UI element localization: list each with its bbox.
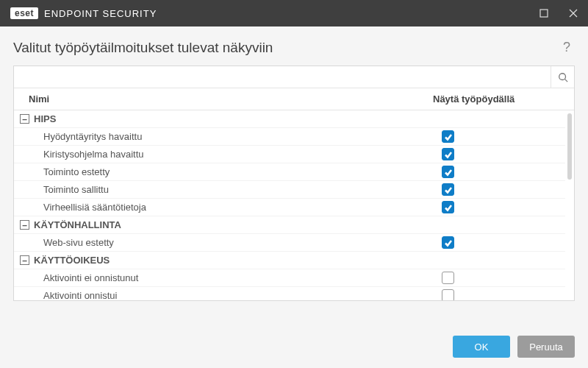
item-label: Web-sivu estetty — [43, 237, 442, 248]
group-label: KÄYTÖNHALLINTA — [34, 219, 442, 230]
footer: OK Peruuta — [13, 325, 575, 368]
show-on-desktop-checkbox[interactable] — [442, 289, 454, 300]
show-on-desktop-checkbox[interactable] — [442, 236, 454, 249]
column-header-show[interactable]: Näytä työpöydällä — [433, 93, 565, 105]
svg-rect-0 — [540, 10, 548, 17]
table-header: Nimi Näytä työpöydällä — [14, 88, 574, 110]
notifications-tree[interactable]: –HIPSHyödyntäyritys havaittuKiristysohje… — [14, 110, 574, 300]
group-label: KÄYTTÖOIKEUS — [34, 255, 442, 266]
search-row — [14, 66, 574, 88]
page-header: Valitut työpöytäilmoitukset tulevat näky… — [13, 37, 575, 58]
group-row[interactable]: –KÄYTÖNHALLINTA — [14, 216, 565, 234]
group-label: HIPS — [34, 113, 442, 124]
item-row: Aktivointi onnistui — [14, 287, 565, 300]
collapse-icon[interactable]: – — [20, 255, 29, 265]
group-row[interactable]: –HIPS — [14, 110, 565, 128]
collapse-icon[interactable]: – — [20, 220, 29, 230]
group-row[interactable]: –KÄYTTÖOIKEUS — [14, 252, 565, 269]
help-button[interactable]: ? — [559, 37, 575, 58]
column-header-name[interactable]: Nimi — [14, 93, 433, 105]
collapse-icon[interactable]: – — [20, 114, 29, 124]
item-label: Aktivointi onnistui — [43, 290, 442, 300]
close-icon — [569, 9, 578, 18]
ok-button[interactable]: OK — [453, 336, 510, 358]
svg-line-4 — [564, 79, 567, 82]
show-on-desktop-checkbox[interactable] — [442, 183, 454, 196]
item-label: Aktivointi ei onnistunut — [43, 272, 442, 283]
search-input[interactable] — [14, 68, 551, 85]
show-on-desktop-checkbox[interactable] — [442, 166, 454, 178]
item-row: Web-sivu estetty — [14, 234, 565, 252]
window-maximize-button[interactable] — [529, 0, 559, 26]
item-label: Virheellisiä sääntötietoja — [43, 202, 442, 213]
vertical-scrollbar[interactable] — [567, 113, 572, 180]
page-title: Valitut työpöytäilmoitukset tulevat näky… — [13, 40, 273, 56]
notifications-panel: Nimi Näytä työpöydällä –HIPSHyödyntäyrit… — [13, 66, 575, 301]
brand-boxed: eset — [10, 7, 38, 19]
item-row: Toiminto estetty — [14, 163, 565, 181]
search-button[interactable] — [551, 66, 574, 88]
titlebar: eset ENDPOINT SECURITY — [0, 0, 588, 26]
item-row: Hyödyntäyritys havaittu — [14, 128, 565, 146]
show-on-desktop-checkbox[interactable] — [442, 272, 454, 284]
item-row: Aktivointi ei onnistunut — [14, 269, 565, 287]
item-row: Toiminto sallittu — [14, 181, 565, 199]
search-icon — [558, 72, 568, 82]
cancel-button[interactable]: Peruuta — [517, 336, 575, 358]
show-on-desktop-checkbox[interactable] — [442, 148, 454, 160]
show-on-desktop-checkbox[interactable] — [442, 201, 454, 213]
show-on-desktop-checkbox[interactable] — [442, 130, 454, 143]
svg-point-3 — [559, 73, 565, 79]
item-row: Virheellisiä sääntötietoja — [14, 199, 565, 216]
square-icon — [539, 9, 548, 18]
brand-rest: ENDPOINT SECURITY — [44, 8, 157, 19]
item-label: Toiminto sallittu — [43, 184, 442, 195]
window-close-button[interactable] — [559, 0, 588, 26]
item-label: Kiristysohjelma havaittu — [43, 149, 442, 160]
item-label: Hyödyntäyritys havaittu — [43, 131, 442, 142]
item-label: Toiminto estetty — [43, 166, 442, 177]
item-row: Kiristysohjelma havaittu — [14, 146, 565, 163]
